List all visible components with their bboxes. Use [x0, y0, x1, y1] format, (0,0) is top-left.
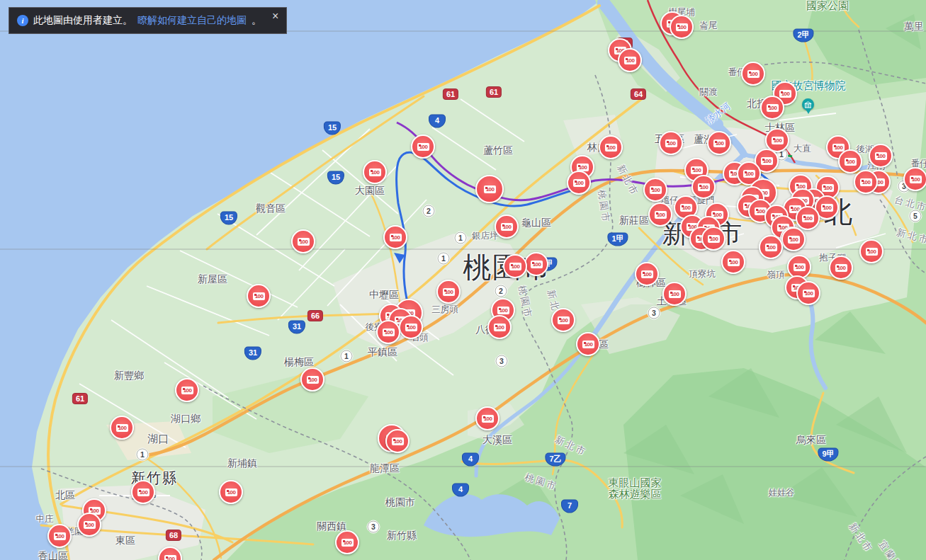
map-canvas[interactable]	[0, 0, 926, 560]
banner-text: 此地圖由使用者建立。	[33, 14, 132, 27]
map-viewport[interactable]: 桃園市新北市台北新竹縣蘆竹區大園區觀音區新屋區中壢區平鎮區楊梅區新豐鄉湖口鄉湖口…	[0, 0, 926, 560]
banner-suffix: 。	[252, 14, 261, 27]
banner-learn-link[interactable]: 瞭解如何建立自己的地圖	[137, 14, 247, 27]
close-icon[interactable]: ×	[272, 8, 278, 22]
user-map-banner: i 此地圖由使用者建立。 瞭解如何建立自己的地圖 。 ×	[9, 7, 287, 34]
info-icon: i	[17, 15, 28, 26]
museum-glyph	[804, 101, 812, 108]
museum-pin-icon[interactable]	[802, 98, 814, 110]
